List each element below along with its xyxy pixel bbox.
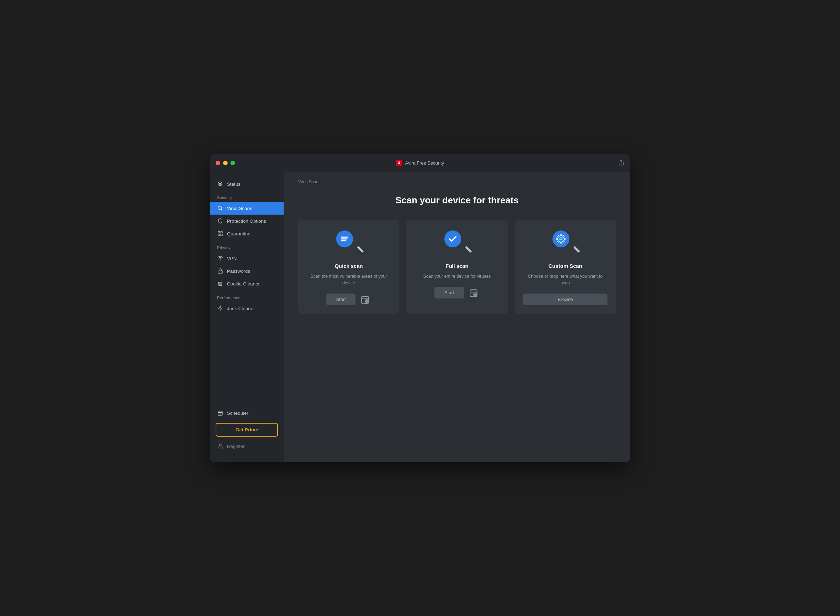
virus-scans-icon	[217, 205, 223, 211]
register-row[interactable]: Register	[215, 440, 278, 452]
title-bar-center: A Avira Free Security	[396, 160, 444, 166]
traffic-lights	[215, 161, 235, 165]
maximize-button[interactable]	[230, 161, 235, 165]
svg-point-34	[560, 238, 562, 241]
sidebar-quarantine-label: Quarantine	[227, 231, 251, 236]
sidebar-junk-cleaner-label: Junk Cleaner	[227, 306, 255, 311]
protection-options-icon	[217, 218, 223, 224]
full-scan-schedule-button[interactable]: ↺	[468, 287, 479, 299]
full-scan-icon	[444, 230, 470, 256]
register-label: Register	[227, 444, 245, 449]
sidebar-item-protection-options[interactable]: Protection Options	[210, 215, 284, 227]
get-prime-button[interactable]: Get Prime	[215, 423, 278, 437]
sidebar-item-status[interactable]: Status	[210, 178, 284, 193]
scan-cards-row: Quick scan Scan the most vulnerable area…	[298, 220, 616, 314]
sidebar-virus-scans-label: Virus Scans	[227, 206, 252, 211]
quarantine-icon	[217, 230, 223, 237]
full-scan-magnifier	[444, 230, 470, 256]
content-area: Virus Scans Scan your device for threats	[284, 172, 630, 462]
full-scan-card: Full scan Scan your entire device for vi…	[406, 220, 507, 314]
minimize-button[interactable]	[223, 161, 228, 165]
sidebar-item-passwords[interactable]: Passwords	[210, 265, 284, 277]
svg-rect-7	[221, 232, 222, 233]
junk-cleaner-icon	[217, 305, 223, 311]
quick-scan-magnifier	[336, 230, 362, 256]
main-layout: Status Security Virus Scans	[210, 172, 630, 462]
full-scan-title: Full scan	[446, 263, 468, 269]
scheduler-icon	[217, 410, 223, 416]
sidebar-item-virus-scans[interactable]: Virus Scans	[210, 202, 284, 215]
svg-line-5	[221, 209, 222, 210]
avira-logo-icon: A	[396, 160, 402, 166]
passwords-icon	[217, 268, 223, 274]
custom-scan-desc: Choose or drop here what you want to sca…	[523, 273, 607, 286]
vpn-icon	[217, 255, 223, 261]
sidebar-item-scheduler[interactable]: Scheduler	[215, 407, 278, 419]
svg-point-3	[219, 183, 221, 184]
quick-scan-desc: Scan the most vulnerable areas of your d…	[306, 273, 391, 286]
custom-scan-circle	[553, 230, 569, 247]
status-icon	[217, 181, 223, 187]
sidebar-item-junk-cleaner[interactable]: Junk Cleaner	[210, 302, 284, 315]
svg-line-2	[221, 185, 222, 186]
app-title: Avira Free Security	[405, 160, 444, 166]
quick-scan-schedule-button[interactable]	[359, 293, 371, 305]
quick-scan-title: Quick scan	[335, 263, 363, 269]
sidebar-section-performance: Performance	[210, 293, 284, 302]
sidebar-item-cookie-cleaner[interactable]: Cookie Cleaner	[210, 277, 284, 290]
quick-scan-circle	[336, 230, 353, 247]
svg-rect-9	[221, 234, 222, 236]
custom-scan-actions: Browse	[523, 293, 607, 305]
custom-scan-handle	[573, 246, 580, 253]
full-scan-start-button[interactable]: Start	[434, 287, 464, 298]
full-scan-handle	[465, 246, 472, 253]
custom-scan-icon	[553, 230, 578, 256]
sidebar-vpn-label: VPN	[227, 256, 237, 261]
svg-rect-14	[218, 411, 222, 415]
custom-scan-magnifier	[553, 230, 578, 256]
sidebar-protection-options-label: Protection Options	[227, 219, 266, 224]
share-icon[interactable]	[618, 159, 625, 167]
custom-scan-title: Custom Scan	[548, 263, 582, 269]
quick-scan-handle	[357, 246, 364, 253]
quick-scan-card: Quick scan Scan the most vulnerable area…	[298, 220, 399, 314]
sidebar-cookie-cleaner-label: Cookie Cleaner	[227, 281, 260, 286]
sidebar-passwords-label: Passwords	[227, 268, 250, 274]
app-window: A Avira Free Security	[210, 154, 630, 462]
svg-rect-11	[218, 271, 222, 273]
scheduler-label: Scheduler	[227, 411, 248, 416]
sidebar-item-quarantine[interactable]: Quarantine	[210, 227, 284, 240]
breadcrumb: Virus Scans	[298, 179, 616, 184]
cookie-cleaner-icon	[217, 280, 223, 287]
sidebar: Status Security Virus Scans	[210, 172, 284, 462]
custom-scan-card: Custom Scan Choose or drop here what you…	[515, 220, 616, 314]
sidebar-section-security: Security	[210, 193, 284, 202]
quick-scan-actions: Start	[326, 293, 371, 305]
svg-point-27	[366, 300, 368, 302]
quick-scan-start-button[interactable]: Start	[326, 293, 356, 305]
page-title: Scan your device for threats	[298, 195, 616, 206]
svg-text:↺: ↺	[474, 293, 476, 296]
full-scan-desc: Scan your entire device for viruses	[423, 273, 491, 280]
svg-rect-8	[218, 234, 220, 236]
custom-scan-browse-button[interactable]: Browse	[523, 293, 607, 305]
title-bar: A Avira Free Security	[210, 154, 630, 172]
sidebar-item-vpn[interactable]: VPN	[210, 252, 284, 265]
sidebar-status-label: Status	[227, 182, 240, 187]
register-icon	[217, 443, 223, 449]
svg-point-4	[218, 206, 221, 209]
sidebar-section-privacy: Privacy	[210, 243, 284, 252]
svg-point-18	[219, 444, 221, 446]
close-button[interactable]	[215, 161, 220, 165]
quick-scan-icon	[336, 230, 362, 256]
full-scan-actions: Start ↺	[434, 287, 479, 299]
svg-rect-6	[218, 232, 220, 233]
sidebar-bottom: Scheduler Get Prime Register	[210, 401, 284, 456]
full-scan-circle	[444, 230, 461, 247]
